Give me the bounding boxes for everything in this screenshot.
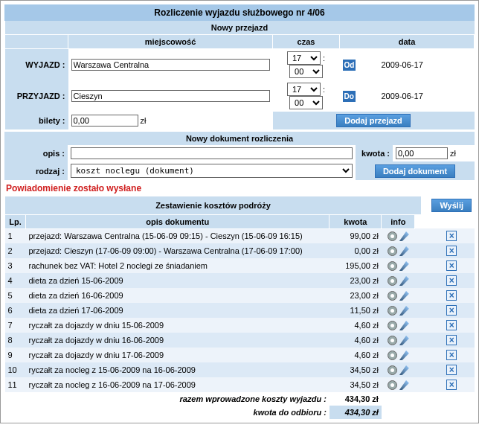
edit-icon[interactable]	[399, 246, 409, 256]
col-miejscowosc: miejscowość	[68, 35, 273, 49]
view-icon[interactable]	[388, 246, 397, 256]
section-dokument: Nowy dokument rozliczenia	[4, 132, 475, 145]
cell-kwota: 23,00 zł	[329, 288, 382, 303]
cell-lp: 11	[5, 377, 26, 392]
delete-icon[interactable]: ×	[446, 350, 457, 360]
view-icon[interactable]	[388, 351, 397, 360]
cell-kwota: 4,60 zł	[329, 333, 382, 348]
cell-lp: 7	[5, 318, 26, 333]
view-icon[interactable]	[388, 365, 397, 375]
delete-icon[interactable]: ×	[446, 275, 457, 286]
dodaj-przejazd-button[interactable]: Dodaj przejazd	[336, 114, 411, 127]
cell-opis: dieta za dzień 16-06-2009	[26, 288, 329, 303]
bilety-input[interactable]	[71, 115, 138, 127]
od-badge[interactable]: Od	[343, 60, 356, 71]
edit-icon[interactable]	[399, 231, 409, 241]
section-przejazd: Nowy przejazd	[5, 21, 475, 35]
kwota-label: kwota :	[356, 145, 393, 161]
wyjazd-min-select[interactable]: 00	[289, 65, 323, 78]
rodzaj-select[interactable]: koszt noclegu (dokument)	[71, 164, 353, 178]
page-title: Rozliczenie wyjazdu służbowego nr 4/06	[4, 4, 475, 21]
cell-lp: 8	[5, 333, 26, 348]
cell-lp: 3	[5, 258, 26, 273]
przyjazd-date: 2009-06-17	[378, 80, 474, 112]
view-icon[interactable]	[388, 231, 397, 241]
delete-icon[interactable]: ×	[446, 335, 457, 345]
delete-icon[interactable]: ×	[446, 231, 457, 241]
cell-lp: 2	[5, 243, 26, 258]
delete-icon[interactable]: ×	[446, 246, 457, 256]
view-icon[interactable]	[388, 321, 397, 330]
section-zestawienie: Zestawienie kosztów podróży	[5, 196, 422, 214]
view-icon[interactable]	[388, 291, 397, 301]
cell-opis: ryczałt za nocleg z 15-06-2009 na 16-06-…	[26, 362, 329, 377]
edit-icon[interactable]	[399, 276, 409, 286]
wyjazd-label: WYJAZD :	[5, 49, 68, 81]
zl-label-2: zł	[450, 149, 456, 158]
wyjazd-input[interactable]	[71, 59, 270, 71]
th-kwota: kwota	[329, 214, 382, 228]
view-icon[interactable]	[388, 306, 397, 316]
delete-icon[interactable]: ×	[446, 320, 457, 330]
cell-opis: dieta za dzień 15-06-2009	[26, 273, 329, 288]
cell-kwota: 0,00 zł	[329, 243, 382, 258]
sum1-value: 434,30 zł	[329, 392, 382, 406]
sum2-label: kwota do odbioru :	[5, 406, 329, 419]
edit-icon[interactable]	[399, 351, 409, 360]
cell-kwota: 195,00 zł	[329, 258, 382, 273]
wyslij-button[interactable]: Wyślij	[431, 199, 472, 212]
cell-kwota: 34,50 zł	[329, 377, 382, 392]
dodaj-dokument-button[interactable]: Dodaj dokument	[375, 164, 455, 178]
cell-kwota: 4,60 zł	[329, 318, 382, 333]
cell-lp: 4	[5, 273, 26, 288]
cell-opis: ryczałt za nocleg z 16-06-2009 na 17-06-…	[26, 377, 329, 392]
delete-icon[interactable]: ×	[446, 365, 457, 375]
wyjazd-hour-select[interactable]: 17	[287, 51, 321, 65]
cell-kwota: 34,50 zł	[329, 362, 382, 377]
view-icon[interactable]	[388, 380, 397, 390]
wyjazd-date: 2009-06-17	[378, 49, 474, 81]
opis-label: opis :	[4, 145, 68, 161]
przyjazd-input[interactable]	[71, 90, 270, 102]
col-data: data	[340, 35, 475, 49]
zl-label: zł	[141, 116, 147, 125]
edit-icon[interactable]	[399, 291, 409, 301]
sum2-value: 434,30 zł	[329, 406, 382, 419]
notice-text: Powiadomienie zostało wysłane	[4, 180, 475, 196]
rodzaj-label: rodzaj :	[4, 161, 68, 180]
edit-icon[interactable]	[399, 365, 409, 375]
cell-opis: ryczałt za dojazdy w dniu 17-06-2009	[26, 348, 329, 362]
edit-icon[interactable]	[399, 336, 409, 345]
cell-kwota: 11,50 zł	[329, 303, 382, 318]
cell-lp: 10	[5, 362, 26, 377]
cell-kwota: 23,00 zł	[329, 273, 382, 288]
edit-icon[interactable]	[399, 261, 409, 271]
edit-icon[interactable]	[399, 306, 409, 316]
cell-lp: 6	[5, 303, 26, 318]
opis-input[interactable]	[71, 147, 353, 159]
delete-icon[interactable]: ×	[446, 305, 457, 316]
edit-icon[interactable]	[399, 321, 409, 330]
cell-kwota: 99,00 zł	[329, 228, 382, 243]
cell-opis: ryczałt za dojazdy w dniu 16-06-2009	[26, 333, 329, 348]
edit-icon[interactable]	[399, 380, 409, 390]
col-czas: czas	[273, 35, 340, 49]
view-icon[interactable]	[388, 336, 397, 345]
th-lp: Lp.	[5, 214, 26, 228]
cell-opis: przejazd: Warszawa Centralna (15-06-09 0…	[26, 228, 329, 243]
th-info: info	[382, 214, 415, 228]
delete-icon[interactable]: ×	[446, 380, 457, 390]
przyjazd-min-select[interactable]: 00	[289, 96, 323, 109]
do-badge[interactable]: Do	[343, 91, 356, 102]
cell-opis: ryczałt za dojazdy w dniu 15-06-2009	[26, 318, 329, 333]
cell-opis: rachunek bez VAT: Hotel 2 noclegi ze śni…	[26, 258, 329, 273]
th-opis: opis dokumentu	[26, 214, 329, 228]
przyjazd-hour-select[interactable]: 17	[287, 83, 321, 96]
cell-lp: 9	[5, 348, 26, 362]
delete-icon[interactable]: ×	[446, 260, 457, 271]
sum1-label: razem wprowadzone koszty wyjazdu :	[5, 392, 329, 406]
view-icon[interactable]	[388, 276, 397, 286]
view-icon[interactable]	[388, 261, 397, 271]
delete-icon[interactable]: ×	[446, 290, 457, 301]
kwota-input[interactable]	[396, 147, 448, 159]
